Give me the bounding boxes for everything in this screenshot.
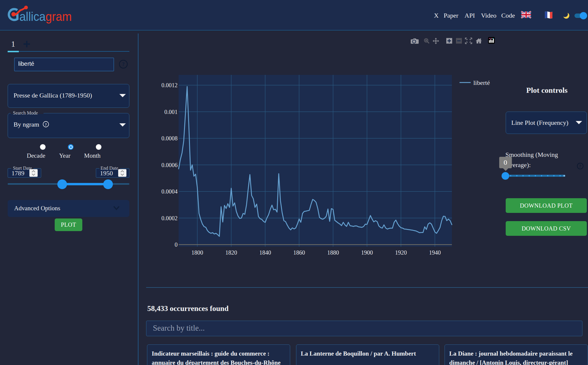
svg-text:0.0008: 0.0008 (161, 135, 178, 142)
svg-text:1800: 1800 (191, 249, 203, 256)
svg-text:1900: 1900 (361, 249, 373, 256)
svg-text:?: ? (122, 61, 125, 67)
svg-text:0: 0 (175, 241, 178, 248)
svg-text:1880: 1880 (327, 249, 339, 256)
svg-text:1920: 1920 (395, 249, 407, 256)
svg-text:liberté: liberté (473, 79, 490, 86)
svg-text:0.001: 0.001 (164, 109, 178, 115)
svg-text:gram: gram (46, 10, 72, 23)
svg-text:1840: 1840 (259, 249, 271, 256)
svg-text:0.0002: 0.0002 (161, 215, 178, 221)
svg-text:allica: allica (19, 10, 46, 23)
svg-text:1820: 1820 (225, 249, 237, 256)
svg-text:1860: 1860 (293, 249, 305, 256)
svg-text:?: ? (579, 164, 582, 169)
svg-text:1940: 1940 (429, 249, 441, 256)
svg-text:0.0006: 0.0006 (161, 162, 178, 168)
svg-text:?: ? (45, 122, 47, 127)
svg-text:0.0004: 0.0004 (161, 188, 178, 195)
svg-text:0.0012: 0.0012 (161, 82, 178, 88)
